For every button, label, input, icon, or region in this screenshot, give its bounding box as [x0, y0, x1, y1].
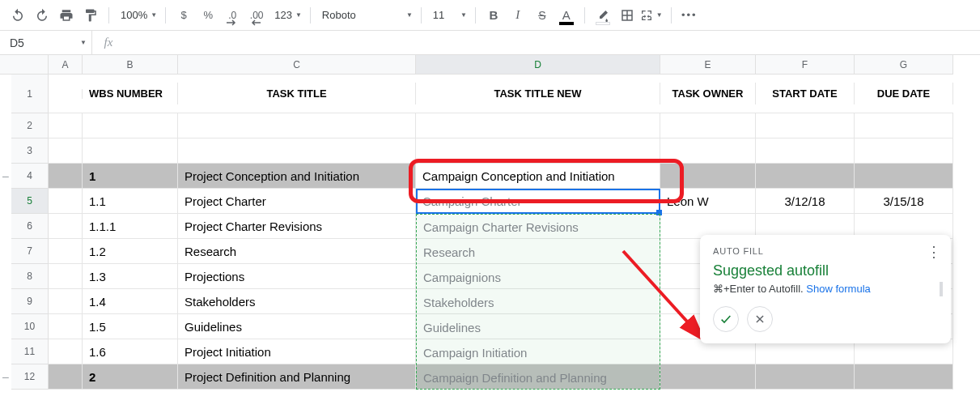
cell[interactable]	[660, 138, 756, 163]
cell[interactable]	[416, 113, 660, 138]
cell[interactable]: Projections	[178, 264, 416, 288]
cell[interactable]: 1.5	[83, 314, 178, 339]
format-123-dropdown[interactable]: 123▼	[269, 4, 303, 27]
col-c[interactable]: C	[178, 55, 416, 75]
cell[interactable]: 1.3	[83, 264, 178, 288]
undo-button[interactable]	[6, 4, 29, 27]
reject-autofill-button[interactable]	[747, 306, 773, 332]
fontsize-dropdown[interactable]: 11▼	[428, 4, 469, 27]
cell[interactable]: Leon W	[660, 189, 756, 213]
cell[interactable]	[49, 239, 83, 263]
cell[interactable]	[49, 289, 83, 313]
cell[interactable]	[416, 364, 660, 389]
cell[interactable]: Project Definition and Planning	[178, 364, 416, 389]
cell[interactable]	[49, 189, 83, 213]
decrease-decimal-button[interactable]: .0	[221, 4, 244, 27]
cell[interactable]: 1.2	[83, 239, 178, 263]
cell[interactable]: START DATE	[756, 83, 855, 104]
percent-button[interactable]: %	[197, 4, 219, 27]
group-toggle[interactable]: –	[0, 164, 11, 189]
cell[interactable]: WBS NUMBER	[83, 83, 178, 104]
bold-button[interactable]: B	[482, 4, 505, 27]
col-d[interactable]: D	[416, 55, 660, 75]
cell[interactable]	[83, 138, 178, 163]
active-cell[interactable]: Campaign Charter	[416, 189, 660, 213]
cell[interactable]	[178, 113, 416, 138]
cell[interactable]: 1	[83, 164, 178, 188]
redo-button[interactable]	[31, 4, 53, 27]
cell[interactable]: 3/12/18	[756, 189, 855, 213]
row-8[interactable]: 8	[11, 264, 49, 289]
cell[interactable]	[660, 364, 756, 389]
name-box[interactable]: D5▼	[0, 31, 92, 54]
cell[interactable]: Project Charter	[178, 189, 416, 213]
cell[interactable]: Guidelines	[178, 314, 416, 339]
cell[interactable]: TASK TITLE NEW	[416, 83, 660, 104]
col-b[interactable]: B	[83, 55, 178, 75]
cell[interactable]: Project Initiation	[178, 339, 416, 364]
cell[interactable]: 3/15/18	[855, 189, 953, 213]
col-f[interactable]: F	[756, 55, 855, 75]
cell[interactable]	[49, 164, 83, 188]
text-color-button[interactable]: A	[555, 4, 578, 27]
cell[interactable]: 1.4	[83, 289, 178, 313]
popup-more-button[interactable]: ⋮	[927, 243, 941, 261]
fill-color-button[interactable]	[592, 4, 614, 27]
col-a[interactable]: A	[49, 55, 83, 75]
row-12[interactable]: 12	[11, 364, 49, 390]
more-button[interactable]: •••	[678, 4, 701, 27]
group-toggle[interactable]: –	[0, 364, 11, 390]
row-3[interactable]: 3	[11, 138, 49, 164]
font-dropdown[interactable]: Roboto▼	[317, 4, 414, 27]
merge-button[interactable]: ▼	[640, 4, 664, 27]
row-7[interactable]: 7	[11, 239, 49, 264]
cell[interactable]	[49, 364, 83, 389]
borders-button[interactable]	[616, 4, 638, 27]
cell[interactable]	[416, 289, 660, 313]
cell[interactable]: TASK OWNER	[660, 83, 756, 104]
cell[interactable]	[49, 264, 83, 288]
cell[interactable]	[416, 339, 660, 364]
cell[interactable]: Stakeholders	[178, 289, 416, 313]
cell[interactable]	[756, 138, 855, 163]
cell[interactable]: TASK TITLE	[178, 83, 416, 104]
print-button[interactable]	[55, 4, 78, 27]
cell[interactable]	[756, 113, 855, 138]
cell[interactable]: Campaign Conception and Initiation	[416, 164, 660, 188]
currency-button[interactable]: $	[172, 4, 195, 27]
cell[interactable]: 1.1.1	[83, 214, 178, 238]
cell[interactable]	[660, 113, 756, 138]
cell[interactable]	[416, 314, 660, 339]
row-6[interactable]: 6	[11, 214, 49, 239]
cell[interactable]	[855, 138, 953, 163]
formula-input[interactable]	[125, 31, 980, 54]
cell[interactable]	[855, 113, 953, 138]
cell[interactable]	[660, 164, 756, 188]
cell[interactable]: 1.6	[83, 339, 178, 364]
cell[interactable]: Research	[178, 239, 416, 263]
drag-handle-icon[interactable]	[940, 282, 943, 296]
cell[interactable]	[416, 264, 660, 288]
cell[interactable]	[83, 113, 178, 138]
cell[interactable]: Project Charter Revisions	[178, 214, 416, 238]
cell[interactable]	[178, 138, 416, 163]
row-11[interactable]: 11	[11, 339, 49, 364]
col-e[interactable]: E	[660, 55, 756, 75]
cell[interactable]	[855, 164, 953, 188]
row-10[interactable]: 10	[11, 314, 49, 339]
italic-button[interactable]: I	[507, 4, 529, 27]
cell[interactable]	[756, 364, 855, 389]
cell[interactable]	[756, 164, 855, 188]
show-formula-link[interactable]: Show formula	[806, 283, 870, 295]
cell[interactable]	[49, 113, 83, 138]
zoom-dropdown[interactable]: 100%▼	[116, 4, 159, 27]
row-2[interactable]: 2	[11, 113, 49, 138]
cell[interactable]	[49, 89, 83, 99]
cell[interactable]	[49, 314, 83, 339]
cell[interactable]	[416, 138, 660, 163]
select-all-corner[interactable]	[0, 55, 49, 75]
cell[interactable]	[49, 339, 83, 364]
cell[interactable]: 1.1	[83, 189, 178, 213]
accept-autofill-button[interactable]	[713, 306, 739, 332]
cell[interactable]	[416, 214, 660, 238]
